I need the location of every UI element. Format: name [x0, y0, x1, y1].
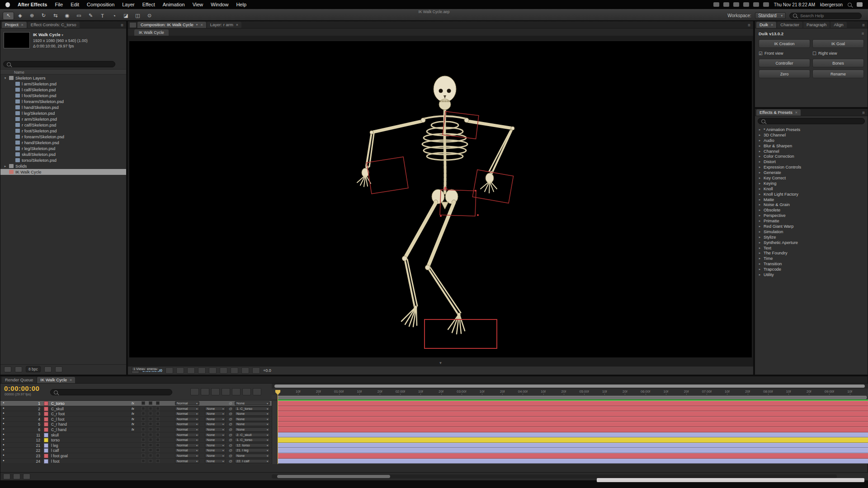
- effects-category-primatte[interactable]: ▸Primatte: [755, 218, 868, 224]
- project-item-l-leg-skeleton-psd[interactable]: l leg/Skeleton.psd: [0, 110, 126, 116]
- effects-search-input[interactable]: [768, 118, 861, 124]
- parent-select[interactable]: None▾: [235, 401, 270, 405]
- parent-select[interactable]: 2. C_skull▾: [235, 433, 270, 437]
- current-time-indicator-line[interactable]: [278, 395, 278, 464]
- selection-tool[interactable]: ↖: [3, 12, 14, 20]
- panel-grabber-icon[interactable]: [129, 22, 137, 28]
- ik-controller-l-hand[interactable]: [367, 157, 408, 194]
- layer-row-l-calf[interactable]: ●22l calfNormal▾None▾@21. l leg▾: [0, 448, 272, 453]
- layer-duration-bar[interactable]: [278, 406, 868, 412]
- effects-category-3d-channel[interactable]: ▸3D Channel: [755, 132, 868, 138]
- layer-color-chip[interactable]: [44, 459, 48, 464]
- parent-pickwhip-icon[interactable]: @: [229, 412, 232, 416]
- panel-menu-icon[interactable]: ≡: [861, 23, 866, 28]
- layer-duration-bar[interactable]: [278, 453, 868, 459]
- timeline-button-icon[interactable]: [231, 367, 238, 374]
- expand-layers-icon[interactable]: [3, 474, 10, 479]
- viewer-tab[interactable]: IK Walk Cycle: [134, 29, 169, 36]
- layer-row-l-foot[interactable]: ●24l footNormal▾None▾@22. l calf▾: [0, 459, 272, 464]
- parent-pickwhip-icon[interactable]: @: [229, 448, 232, 452]
- project-item-l-calf-skeleton-psd[interactable]: l calf/Skeleton.psd: [0, 87, 126, 93]
- menu-edit[interactable]: Edit: [71, 2, 79, 7]
- effects-category-noise-grain[interactable]: ▸Noise & Grain: [755, 202, 868, 207]
- parent-pickwhip-icon[interactable]: @: [229, 422, 232, 426]
- parent-select[interactable]: None▾: [235, 427, 270, 432]
- trkmat-select[interactable]: None▾: [205, 412, 226, 416]
- effects-category-channel[interactable]: ▸Channel: [755, 149, 868, 154]
- effects-category-perspective[interactable]: ▸Perspective: [755, 213, 868, 218]
- library-icon[interactable]: [4, 366, 11, 372]
- puppet-pin-tool[interactable]: ⊙: [144, 12, 155, 20]
- layer-color-chip[interactable]: [44, 438, 48, 442]
- trkmat-select[interactable]: None▾: [205, 422, 226, 426]
- parent-pickwhip-icon[interactable]: @: [229, 454, 232, 458]
- effects-category-keying[interactable]: ▸Keying: [755, 181, 868, 186]
- project-item-skull-skeleton-psd[interactable]: skull/Skeleton.psd: [0, 151, 126, 157]
- visibility-toggle[interactable]: ●: [3, 454, 5, 456]
- duik-button-zero[interactable]: Zero: [759, 70, 810, 78]
- parent-select[interactable]: None▾: [235, 422, 270, 426]
- visibility-toggle[interactable]: ●: [3, 443, 5, 446]
- exposure-icon[interactable]: [252, 367, 260, 374]
- layer-color-chip[interactable]: [44, 454, 48, 458]
- effects-tab-effects-presets[interactable]: Effects & Presets×: [756, 109, 801, 116]
- project-item-l-forearm-skeleton-psd[interactable]: l forearm/Skeleton.psd: [0, 99, 126, 104]
- work-area[interactable]: [272, 395, 868, 399]
- layer-duration-bar[interactable]: [278, 422, 868, 427]
- layer-duration-bar[interactable]: [278, 437, 868, 443]
- duik-settings-icon[interactable]: ≡: [862, 31, 864, 36]
- parent-select[interactable]: 21. l leg▾: [235, 448, 270, 452]
- new-composition-icon[interactable]: [44, 366, 52, 372]
- close-icon[interactable]: ×: [200, 23, 203, 27]
- trkmat-select[interactable]: None▾: [205, 459, 226, 463]
- layer-duration-bar[interactable]: [278, 401, 868, 406]
- visibility-toggle[interactable]: ●: [3, 433, 5, 436]
- parent-select[interactable]: 1. C_torso▾: [235, 407, 270, 411]
- trkmat-select[interactable]: None▾: [205, 454, 226, 458]
- panel-menu-icon[interactable]: ≡: [746, 23, 752, 28]
- flowchart-icon[interactable]: [241, 367, 249, 374]
- current-time-display[interactable]: 0:00:00:00: [4, 385, 39, 392]
- motion-blur-button[interactable]: [232, 388, 241, 395]
- trkmat-select[interactable]: None▾: [205, 438, 226, 442]
- layer-row-c-torso[interactable]: ●1C_torsofxNormal▾@None▾: [0, 401, 272, 406]
- project-item-l-foot-skeleton-psd[interactable]: l foot/Skeleton.psd: [0, 93, 126, 99]
- show-channels-icon[interactable]: [176, 367, 184, 374]
- notification-center-icon[interactable]: [857, 2, 863, 7]
- layer-color-chip[interactable]: [44, 422, 48, 427]
- layer-row-torso[interactable]: ●12torsoNormal▾None▾@1. C_torso▾: [0, 437, 272, 443]
- parent-pickwhip-icon[interactable]: @: [229, 459, 232, 463]
- duik-button-ik-goal[interactable]: IK Goal: [812, 39, 864, 48]
- layer-color-chip[interactable]: [44, 407, 48, 411]
- draft-3d-button[interactable]: [201, 388, 209, 395]
- type-tool[interactable]: T: [97, 12, 108, 20]
- menu-file[interactable]: File: [55, 2, 63, 7]
- mode-select[interactable]: Normal▾: [175, 417, 199, 421]
- duik-tab-character[interactable]: Character: [777, 22, 802, 28]
- effects-category-knoll-light-factory[interactable]: ▸Knoll Light Factory: [755, 192, 868, 197]
- timeline-search[interactable]: [50, 389, 172, 395]
- visibility-toggle[interactable]: ●: [3, 422, 5, 425]
- zoom-tool[interactable]: ⊕: [26, 12, 38, 20]
- trkmat-select[interactable]: None▾: [205, 443, 226, 447]
- project-item-torso-skeleton-psd[interactable]: torso/Skeleton.psd: [0, 157, 126, 163]
- menu-effect[interactable]: Effect: [142, 2, 155, 7]
- layer-duration-bar[interactable]: [278, 448, 868, 453]
- effects-category-knoll[interactable]: ▸Knoll: [755, 186, 868, 192]
- trkmat-select[interactable]: None▾: [205, 407, 226, 411]
- visibility-toggle[interactable]: ●: [3, 427, 5, 430]
- trkmat-select[interactable]: None▾: [205, 448, 226, 452]
- layer-row-c-l-hand[interactable]: ●6C_l handfxNormal▾None▾@None▾: [0, 427, 272, 432]
- layer-row-c-skull[interactable]: ●2C_skullfxNormal▾None▾@1. C_torso▾: [0, 406, 272, 412]
- effects-category-trapcode[interactable]: ▸Trapcode: [755, 267, 868, 272]
- project-item-l-arm-skeleton-psd[interactable]: l arm/Skeleton.psd: [0, 81, 126, 87]
- panel-menu-icon[interactable]: ≡: [861, 110, 866, 115]
- project-search-input[interactable]: [13, 61, 112, 67]
- layer-color-chip[interactable]: [44, 448, 48, 453]
- parent-select[interactable]: 12. torso▾: [235, 443, 270, 447]
- effects-category-generate[interactable]: ▸Generate: [755, 170, 868, 175]
- visibility-toggle[interactable]: ●: [3, 438, 5, 441]
- duik-option-front-view[interactable]: ☑Front view: [759, 50, 810, 56]
- ik-controller-r-hand[interactable]: [472, 170, 513, 203]
- parent-select[interactable]: 22. l calf▾: [235, 459, 270, 463]
